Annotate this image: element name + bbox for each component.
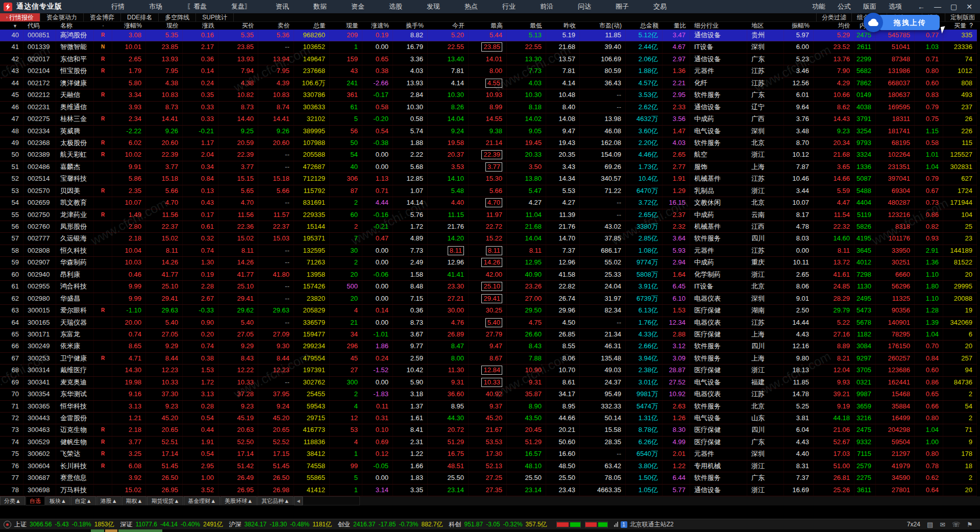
toolbar-action[interactable]: 定制版面 (945, 13, 980, 21)
table-row[interactable]: 77300687赛意信息3.9226.501.0026.4926.5055865… (0, 472, 977, 484)
view-tab[interactable]: ›行情报价 (0, 13, 40, 21)
column-header[interactable]: 名称 (56, 21, 94, 30)
toolbar-action[interactable]: 分类过滤 (816, 13, 851, 21)
minimize-button[interactable]: — (929, 0, 946, 13)
index-summary[interactable]: 沪深3824.17-18.30-0.48%1181亿 (229, 520, 332, 529)
phone-icon[interactable]: ☏ (952, 521, 960, 528)
table-row[interactable]: 56002760凤形股份2.8022.370.6122.3622.3715144… (0, 221, 977, 233)
column-header[interactable]: 振幅% (784, 21, 814, 30)
column-header[interactable]: 地区 (747, 21, 784, 30)
table-row[interactable]: 51002486嘉麟杰9.913.770.343.77--472687400.0… (0, 161, 977, 173)
view-tab[interactable]: 多空阵线 (159, 13, 196, 21)
connection-icon[interactable] (4, 521, 11, 528)
bottom-tab[interactable]: 美股环球▲ (220, 496, 257, 505)
view-tab[interactable]: 资金博弈 (84, 13, 121, 21)
menu-item[interactable]: 功能 (806, 0, 831, 13)
table-row[interactable]: 75300602飞荣达R3.2517.140.5417.1417.1538412… (0, 448, 977, 460)
menu-item[interactable]: 问达 (566, 0, 603, 13)
table-row[interactable]: 71300365恒华科技3.139.230.289.239.245954340.… (0, 401, 977, 413)
view-tab[interactable]: DDE排名 (121, 13, 159, 21)
index-summary[interactable]: 深证11077.6-44.14-0.40%2491亿 (120, 520, 223, 529)
table-row[interactable]: 40000851高鸿股份R3.085.350.165.355.369682602… (0, 30, 977, 41)
menu-item[interactable]: 市场 (137, 0, 175, 13)
menu-item[interactable]: 前沿 (528, 0, 566, 13)
column-header[interactable]: 总量 (294, 21, 330, 30)
view-tab[interactable]: 资金驱动力 (40, 13, 84, 21)
restore-button[interactable]: ▢ (946, 0, 962, 13)
table-row[interactable]: 78300698万马科技15.0226.953.5226.9526.984141… (0, 485, 977, 496)
table-row[interactable]: 55002750龙津药业R1.4911.560.1711.5611.572293… (0, 209, 977, 221)
bottom-tab[interactable]: 自选 (26, 496, 45, 505)
menu-item[interactable]: 资金 (339, 0, 377, 13)
table-row[interactable]: 41001339智微智能N10.0123.852.1723.85--103652… (0, 41, 977, 53)
table-row[interactable]: 74300529健帆生物R3.7752.511.9152.5052.521188… (0, 437, 977, 448)
table-row[interactable]: 53002570贝因美R2.355.660.135.655.6611579287… (0, 185, 977, 197)
menu-item[interactable]: 选项 (883, 0, 908, 13)
table-row[interactable]: 65300171东富龙0.7427.050.2027.0527.09159477… (0, 329, 977, 341)
table-row[interactable]: 44002172澳洋健康5.804.380.244.384.39106.6万24… (0, 78, 977, 89)
table-row[interactable]: 54002659凯文教育10.074.700.434.70--83169124.… (0, 197, 977, 209)
menu-item[interactable]: 资讯 (263, 0, 301, 13)
table-row[interactable]: 73300463迈克生物R2.1820.650.4420.6320.654167… (0, 424, 977, 436)
table-row[interactable]: 57002777久远银海2.1815.020.3215.0215.0319537… (0, 233, 977, 245)
table-row[interactable]: 50002389航天彩虹R10.0222.392.0422.39--205588… (0, 149, 977, 161)
table-row[interactable]: 61002955鸿合科技9.9925.102.2825.10--15742650… (0, 281, 977, 293)
table-row[interactable]: 45002212天融信R3.3410.830.3510.8210.8333078… (0, 89, 977, 101)
column-header[interactable]: 涨跌 (183, 21, 218, 30)
table-row[interactable]: 49002368太极股份R6.0220.601.1720.5920.601079… (0, 137, 977, 149)
index-summary[interactable]: 创业2416.37-17.85-0.73%882.7亿 (338, 520, 443, 529)
menu-item[interactable]: 复盘〗 (219, 0, 263, 13)
column-header[interactable]: 均价 (814, 21, 854, 30)
column-header[interactable]: 最高 (469, 21, 507, 30)
menu-item[interactable]: 版面 (857, 0, 883, 13)
column-header[interactable]: 买量? (943, 21, 977, 30)
bottom-tab[interactable]: 自定▲ (71, 496, 96, 505)
view-tab[interactable]: SUP统计 (196, 13, 234, 21)
column-header[interactable]: 卖价 (258, 21, 294, 30)
server-name[interactable]: 北京联通主站Z2 (630, 520, 674, 529)
column-header[interactable]: 细分行业 (690, 21, 747, 30)
drag-upload-overlay[interactable]: 拖拽上传 (864, 13, 940, 32)
menu-item[interactable]: 〖看盘 (175, 0, 219, 13)
column-header[interactable]: 代码 (23, 21, 56, 30)
column-header[interactable]: 昨收 (546, 21, 580, 30)
table-row[interactable]: 62002980华盛昌9.9929.412.6729.41--23820200.… (0, 293, 977, 305)
table-row[interactable]: 59002907华森制药10.0314.261.3014.26--7126320… (0, 257, 977, 269)
table-row[interactable]: 76300604长川科技R6.0851.452.9551.4251.457455… (0, 461, 977, 472)
column-header[interactable]: 市盈(动) (580, 21, 626, 30)
column-header[interactable]: 现量 (330, 21, 362, 30)
column-header[interactable]: ▼ (0, 21, 23, 30)
table-row[interactable]: 47002275桂林三金R2.3414.410.3314.4014.413210… (0, 113, 977, 125)
column-header[interactable]: 买价 (218, 21, 258, 30)
table-row[interactable]: 64300165天瑞仪器20.005.400.905.40--336579210… (0, 317, 977, 329)
table-row[interactable]: 58002808恒久科技10.048.110.748.11--132595300… (0, 245, 977, 257)
sort-icon[interactable]: ▼ (13, 23, 17, 29)
index-summary[interactable]: 上证3066.56-5.43-0.18%1853亿 (14, 520, 114, 529)
column-header[interactable]: 量比 (663, 21, 690, 30)
table-row[interactable]: 48002334英威腾-2.229.26-0.219.259.263899955… (0, 126, 977, 137)
column-header[interactable]: 现价 (146, 21, 183, 30)
table-row[interactable]: 42002017东信和平R2.6513.930.3613.9313.941496… (0, 54, 977, 65)
tab-scroll-left-button[interactable]: ◀ (294, 496, 303, 505)
bottom-tab[interactable]: 基金理财▲ (184, 496, 220, 505)
table-row[interactable]: 43002104恒宝股份R1.797.950.147.947.952376684… (0, 65, 977, 77)
column-header[interactable]: · (94, 21, 112, 30)
market-breadth-bars[interactable] (556, 521, 608, 528)
menu-item[interactable]: 行业 (490, 0, 528, 13)
menu-item[interactable]: 圈子 (603, 0, 641, 13)
table-row[interactable]: 66300249依米康8.659.290.749.299.30299234296… (0, 341, 977, 352)
back-button[interactable]: ← (913, 0, 929, 13)
menu-item[interactable]: 选股 (377, 0, 414, 13)
close-button[interactable]: ✕ (962, 0, 977, 13)
bottom-tab[interactable]: 期权▲ (122, 496, 147, 505)
menu-item[interactable]: 公式 (831, 0, 857, 13)
menu-item[interactable]: 交易 (641, 0, 679, 13)
bottom-tab[interactable]: 期货现货▲ (147, 496, 183, 505)
menu-item[interactable]: 行情 (99, 0, 137, 13)
menu-item[interactable]: 数据 (301, 0, 339, 13)
keyboard-icon[interactable]: ▤ (927, 521, 933, 528)
table-row[interactable]: 52002514宝馨科技5.8615.180.8415.1515.1871212… (0, 173, 977, 185)
table-row[interactable]: 72300443金雷股份1.2145.200.5445.1945.2029715… (0, 413, 977, 424)
bottom-tab[interactable]: 板块▲ (45, 496, 70, 505)
column-header[interactable]: 涨幅% (112, 21, 146, 30)
